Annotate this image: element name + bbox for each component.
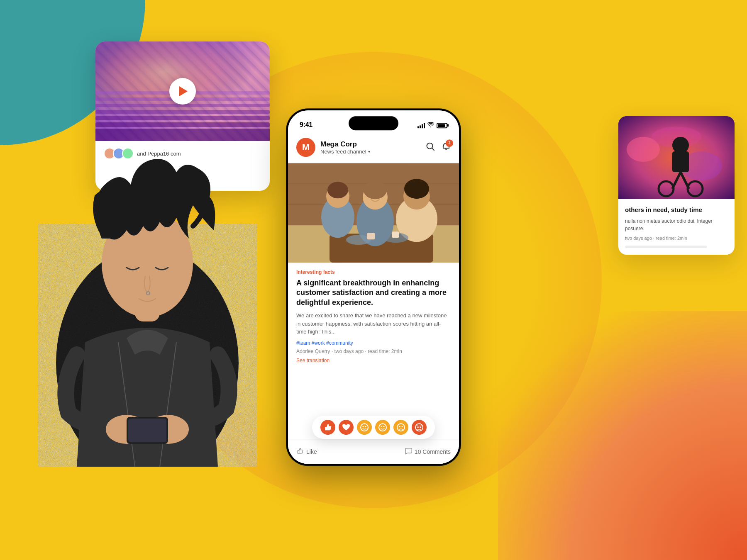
reaction-wink[interactable]: [375, 420, 390, 435]
status-icons: [417, 122, 447, 129]
search-icon[interactable]: [426, 142, 435, 153]
svg-rect-47: [288, 163, 459, 263]
dynamic-island: [349, 116, 398, 130]
person-svg: [2, 73, 293, 467]
phone-header: M Mega Corp News feed channel ▾: [288, 133, 459, 163]
reaction-heart[interactable]: [339, 420, 354, 435]
post-text-content: Interesting facts A significant breakthr…: [288, 263, 459, 375]
bg-orange: [498, 311, 747, 560]
svg-rect-25: [128, 419, 166, 442]
svg-point-55: [402, 426, 403, 427]
svg-point-50: [365, 426, 366, 427]
status-time: 9:41: [300, 121, 312, 129]
person-illustration: [0, 62, 303, 477]
post-timestamp: two days ago: [334, 348, 364, 354]
post-meta: Adorlee Querry · two days ago · read tim…: [296, 348, 451, 354]
chevron-down-icon: ▾: [368, 149, 370, 154]
post-title: A significant breakthrough in enhancing …: [296, 278, 451, 307]
reaction-angry[interactable]: [412, 420, 427, 435]
svg-point-12: [672, 137, 689, 153]
phone-inner: 9:41: [288, 110, 459, 464]
like-button[interactable]: Like: [296, 447, 317, 456]
comment-icon: [405, 447, 412, 456]
right-card-bar: [625, 246, 707, 248]
post-tags[interactable]: #team #work #community: [296, 340, 451, 346]
post-card: Interesting facts A significant breakthr…: [288, 163, 459, 375]
header-icons: 2: [426, 142, 451, 153]
signal-bar-4: [424, 123, 425, 128]
right-card-content: others in need, study time nulla non met…: [618, 199, 735, 255]
svg-point-49: [363, 426, 364, 427]
post-image-svg: [288, 163, 459, 263]
notification-badge: 2: [446, 139, 453, 147]
right-card-image: [618, 116, 735, 199]
post-excerpt: We are excited to share that we have rea…: [296, 312, 451, 336]
post-actions: Like 10 Comments: [288, 439, 459, 464]
svg-rect-13: [672, 151, 689, 172]
post-read-time: read time: 2min: [368, 348, 402, 354]
channel-label: News feed channel: [320, 149, 366, 155]
corp-initial: M: [302, 142, 310, 153]
svg-point-52: [383, 426, 385, 427]
reaction-bar: [312, 416, 435, 439]
right-card-title: others in need, study time: [625, 206, 728, 214]
svg-point-53: [397, 424, 405, 431]
svg-line-27: [432, 148, 435, 150]
right-card-desc: nulla non metus auctor odio dui. Integer…: [625, 217, 728, 232]
right-card: others in need, study time nulla non met…: [618, 116, 735, 255]
phone-device: 9:41: [286, 109, 461, 465]
see-translation[interactable]: See translation: [296, 358, 451, 363]
comments-button[interactable]: 10 Comments: [405, 447, 451, 456]
phone-container: 9:41: [286, 109, 461, 465]
corp-channel[interactable]: News feed channel ▾: [320, 149, 426, 155]
signal-bars: [417, 122, 425, 128]
signal-bar-2: [420, 125, 421, 128]
corp-info: Mega Corp News feed channel ▾: [320, 140, 426, 155]
post-category: Interesting facts: [296, 269, 451, 275]
signal-bar-1: [417, 126, 419, 128]
post-author: Adorlee Querry: [296, 348, 330, 354]
corp-logo: M: [296, 138, 315, 157]
like-label: Like: [306, 448, 317, 455]
reaction-thumbsup[interactable]: [320, 420, 335, 435]
cyclist-svg: [618, 116, 735, 199]
right-card-meta: two days ago · read time: 2min: [625, 236, 728, 241]
svg-point-48: [361, 424, 368, 431]
svg-point-51: [379, 424, 386, 431]
notification-button[interactable]: 2: [442, 142, 451, 153]
comments-label: 10 Comments: [415, 448, 451, 455]
battery-icon: [437, 123, 447, 128]
signal-bar-3: [422, 124, 423, 128]
svg-point-58: [420, 427, 421, 428]
wifi-icon: [427, 122, 434, 129]
cyclist-image: [618, 116, 735, 199]
battery-fill: [438, 124, 445, 127]
post-image: [288, 163, 459, 263]
reaction-smile[interactable]: [357, 420, 372, 435]
reaction-sad[interactable]: [393, 420, 408, 435]
svg-point-57: [417, 427, 419, 428]
svg-point-56: [415, 424, 423, 431]
corp-name: Mega Corp: [320, 140, 426, 149]
svg-point-54: [399, 426, 400, 427]
like-icon: [296, 447, 304, 456]
